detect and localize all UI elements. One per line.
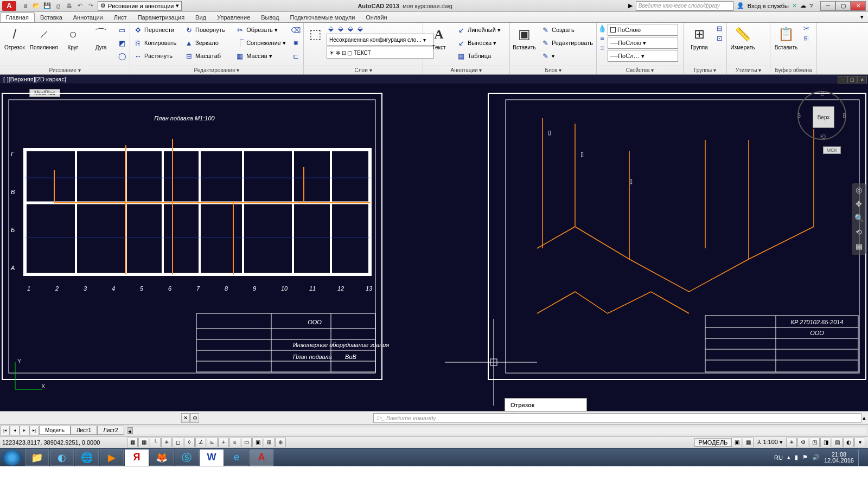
mirror-button[interactable]: ▲Зеркало <box>182 37 232 49</box>
drawing-area[interactable]: [-][Верхняя][2D каркас] ModPlus План под… <box>0 75 868 411</box>
orbit-icon[interactable]: ⟲ <box>853 228 864 239</box>
lwt-toggle[interactable]: ≡ <box>229 438 240 447</box>
grid-toggle[interactable]: ▦ <box>138 438 149 447</box>
qp-toggle[interactable]: ▣ <box>252 438 263 447</box>
ortho-toggle[interactable]: └ <box>150 438 161 447</box>
polyline-button[interactable]: ⟋Полилиния <box>29 24 59 52</box>
sc-toggle[interactable]: ⊞ <box>264 438 275 447</box>
linetype-dropdown[interactable]: ── ПоСл… ▾ <box>608 50 678 62</box>
word-icon[interactable]: W <box>200 450 224 466</box>
match-prop-icon[interactable]: 💧 <box>598 24 607 33</box>
exchange-icon[interactable]: ✕ <box>792 2 797 9</box>
panel-clipboard-title[interactable]: Буфер обмена <box>771 66 815 74</box>
arc-button[interactable]: ⌒Дуга <box>87 24 114 52</box>
autocad-task-icon[interactable]: A <box>250 450 273 466</box>
block-attr-button[interactable]: ✎▾ <box>539 50 595 62</box>
showmotion-icon[interactable]: ▤ <box>853 242 864 253</box>
tab-output[interactable]: Вывод <box>256 13 284 22</box>
sb-icon4[interactable]: ⚙ <box>797 438 808 447</box>
copy-button[interactable]: ⎘Копировать <box>131 37 181 49</box>
tab-annotate[interactable]: Аннотации <box>68 13 108 22</box>
play-icon[interactable]: ▶ <box>628 2 633 9</box>
app-logo[interactable]: A <box>2 1 16 11</box>
signin-link[interactable]: Вход в службы <box>748 3 789 9</box>
layer-state-dropdown[interactable]: Несохраненная конфигурация сло… ▾ <box>327 34 434 46</box>
steering-wheel-icon[interactable]: ◎ <box>853 185 864 196</box>
snap-toggle[interactable]: ▦ <box>127 438 138 447</box>
hatch-button[interactable]: ◩ <box>116 37 129 49</box>
cloud-icon[interactable]: ☁ <box>800 2 806 9</box>
tab-insert[interactable]: Вставка <box>35 13 68 22</box>
tab-parametric[interactable]: Параметризация <box>132 13 190 22</box>
3dosnap-toggle[interactable]: ◊ <box>184 438 195 447</box>
saveas-icon[interactable]: ⎙ <box>53 1 63 11</box>
lang-indicator[interactable]: RU <box>774 454 783 461</box>
layer-state-icon[interactable]: ⬙ <box>327 24 335 33</box>
circle-button[interactable]: ○Круг <box>60 24 87 52</box>
search-input[interactable]: Введите ключевое слово/фразу <box>636 1 733 11</box>
fillet-button[interactable]: ⎾Сопряжение ▾ <box>233 37 288 49</box>
tpy-toggle[interactable]: ▭ <box>241 438 252 447</box>
create-block-button[interactable]: ✎Создать <box>539 24 595 36</box>
wmp-icon[interactable]: ◐ <box>50 450 74 466</box>
am-toggle[interactable]: ⊕ <box>275 438 286 447</box>
panel-annotation-title[interactable]: Аннотации ▾ <box>424 66 508 74</box>
measure-button[interactable]: 📏Измерить <box>728 24 757 52</box>
panel-block-title[interactable]: Блок ▾ <box>511 66 595 74</box>
stretch-button[interactable]: ↔Растянуть <box>131 50 181 62</box>
infocenter-icon[interactable]: 👤 <box>737 2 744 9</box>
sb-icon6[interactable]: ◨ <box>820 438 831 447</box>
paste-button[interactable]: 📋Вставить <box>771 24 801 52</box>
layer-dropdown[interactable]: ☀ ✲ ⊡ ▢ ТЕКСТ <box>327 47 434 59</box>
pan-icon[interactable]: ✥ <box>853 200 864 210</box>
line-button[interactable]: /Отрезок <box>1 24 28 52</box>
scale-button[interactable]: ⊞Масштаб <box>182 50 232 62</box>
sb-icon7[interactable]: ▤ <box>832 438 843 447</box>
cmd-expand-icon[interactable]: ▴ <box>863 414 866 421</box>
move-button[interactable]: ✥Перенести <box>131 24 181 36</box>
dim-linear-button[interactable]: ↙Линейный ▾ <box>455 24 503 36</box>
ucs-label[interactable]: МСК <box>823 146 841 154</box>
zoom-icon[interactable]: 🔍 <box>853 214 864 224</box>
sb-icon1[interactable]: ▣ <box>731 438 742 447</box>
trim-button[interactable]: ✂Обрезать ▾ <box>233 24 288 36</box>
clock[interactable]: 21:0812.04.2016 <box>824 452 854 464</box>
firefox-icon[interactable]: 🦊 <box>150 450 174 466</box>
tab-layout1[interactable]: Лист1 <box>71 426 97 435</box>
new-icon[interactable]: 🗎 <box>21 1 30 11</box>
cmd-close-icon[interactable]: ✕ <box>181 413 190 423</box>
tray-net-icon[interactable]: ▮ <box>795 454 798 461</box>
viewcube-top[interactable]: Верх <box>813 106 834 128</box>
workspace-dropdown[interactable]: ⚙Рисование и аннотации▾ <box>98 1 182 11</box>
panel-layers-title[interactable]: Слои ▾ <box>305 66 422 74</box>
undo-icon[interactable]: ↶ <box>75 1 85 11</box>
tab-prev[interactable]: ◂ <box>10 426 20 435</box>
rotate-button[interactable]: ↻Повернуть <box>182 24 232 36</box>
cmd-opts-icon[interactable]: ⚙ <box>190 413 199 423</box>
anno-scale[interactable]: 1:100 <box>763 439 778 445</box>
chrome-icon[interactable]: 🌐 <box>75 450 99 466</box>
help-icon[interactable]: ? <box>809 3 813 9</box>
tab-online[interactable]: Онлайн <box>360 13 392 22</box>
open-icon[interactable]: 📂 <box>31 1 41 11</box>
insert-block-button[interactable]: ▣Вставить <box>511 24 538 52</box>
model-space-button[interactable]: РМОДЕЛЬ <box>694 438 731 447</box>
tab-model[interactable]: Модель <box>39 426 71 435</box>
save-icon[interactable]: 💾 <box>42 1 52 11</box>
sb-icon8[interactable]: ◐ <box>843 438 854 447</box>
sb-icon2[interactable]: ▦ <box>743 438 754 447</box>
tab-manage[interactable]: Управление <box>212 13 256 22</box>
cut-icon[interactable]: ✂ <box>802 24 810 33</box>
tab-layout[interactable]: Лист <box>108 13 132 22</box>
maximize-button[interactable]: ▢ <box>835 1 851 11</box>
panel-properties-title[interactable]: Свойства ▾ <box>598 66 682 74</box>
tab-layout2[interactable]: Лист2 <box>97 426 124 435</box>
redo-icon[interactable]: ↷ <box>86 1 95 11</box>
explode-button[interactable]: ✸ <box>289 37 302 49</box>
panel-modify-title[interactable]: Редактирование ▾ <box>131 66 302 74</box>
coordinates[interactable]: 1223423.8117, 389042.9251, 0.0000 <box>2 439 127 446</box>
rect-button[interactable]: ▭ <box>116 24 129 36</box>
erase-button[interactable]: ⌫ <box>289 24 302 36</box>
hscrollbar[interactable]: ◂ <box>126 427 866 434</box>
skype-icon[interactable]: Ⓢ <box>175 450 199 466</box>
